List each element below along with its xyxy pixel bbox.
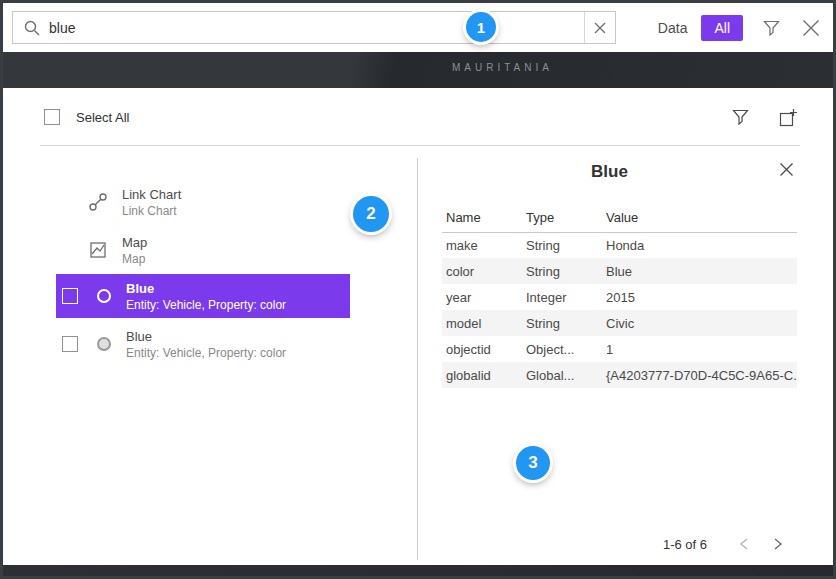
scope-option-all[interactable]: All [701,15,743,41]
cell-name: year [442,284,522,310]
column-header-value: Value [602,206,797,232]
annotation-badge-1: 1 [466,12,496,42]
search-overlay: Data All MAURITANIA Select All [0,0,836,579]
annotation-badge-2: 2 [353,196,389,232]
cell-type: Global... [522,362,602,388]
table-header-row: Name Type Value [442,206,797,232]
result-title: Blue [126,281,286,296]
table-row: objectid Object... 1 [442,336,797,362]
results-filter-button[interactable] [728,105,752,129]
result-checkbox[interactable] [62,288,78,304]
cell-name: model [442,310,522,336]
result-subtitle: Entity: Vehicle, Property: color [126,298,286,312]
chevron-right-icon[interactable] [761,531,795,557]
table-row: model String Civic [442,310,797,336]
close-search-button[interactable] [797,14,825,42]
filter-button[interactable] [759,14,783,42]
cell-name: color [442,258,522,284]
result-item-blue-selected[interactable]: Blue Entity: Vehicle, Property: color [56,274,350,318]
entity-circle-icon [97,337,111,351]
search-icon [24,20,40,36]
cell-name: make [442,232,522,258]
detail-panel: Blue Name Type Value make String [418,146,801,565]
select-all-checkbox[interactable] [44,109,60,125]
table-row: color String Blue [442,258,797,284]
pagination-label: 1-6 of 6 [663,537,707,552]
result-title: Link Chart [122,187,181,202]
select-all-label: Select All [76,110,129,125]
entity-circle-icon [97,289,111,303]
result-subtitle: Link Chart [122,204,181,218]
cell-value: {A4203777-D70D-4C5C-9A65-C... [602,362,797,388]
scope-option-data[interactable]: Data [658,20,688,36]
cell-type: String [522,310,602,336]
result-item-map[interactable]: Map Map [40,226,417,274]
table-row: make String Honda [442,232,797,258]
result-title: Map [122,235,147,250]
result-title: Blue [126,329,286,344]
cell-value: Civic [602,310,797,336]
cell-name: globalid [442,362,522,388]
search-results-panel: Select All Link Chart Link Chart [3,88,833,565]
chevron-left-icon[interactable] [727,531,761,557]
cell-type: Object... [522,336,602,362]
properties-table: Name Type Value make String Honda color … [442,206,797,388]
result-subtitle: Entity: Vehicle, Property: color [126,346,286,360]
search-box [12,11,616,44]
map-icon [88,241,108,259]
search-bar: Data All [3,3,833,52]
search-input[interactable] [49,12,584,43]
cell-value: 1 [602,336,797,362]
table-row: globalid Global... {A4203777-D70D-4C5C-9… [442,362,797,388]
cell-value: Blue [602,258,797,284]
annotation-badge-3: 3 [516,446,550,480]
result-checkbox[interactable] [62,336,78,352]
cell-type: String [522,232,602,258]
detail-title: Blue [418,162,801,182]
close-detail-button[interactable] [773,156,799,182]
column-header-type: Type [522,206,602,232]
cell-type: String [522,258,602,284]
link-chart-icon [88,192,108,212]
cell-type: Integer [522,284,602,310]
map-background: MAURITANIA [3,52,833,88]
results-toolbar-icons [728,105,800,129]
clear-search-button[interactable] [585,12,615,43]
cell-value: Honda [602,232,797,258]
add-to-link-chart-button[interactable] [776,105,800,129]
result-subtitle: Map [122,252,147,266]
map-label-mauritania: MAURITANIA [452,62,553,73]
cell-value: 2015 [602,284,797,310]
cell-name: objectid [442,336,522,362]
result-item-blue[interactable]: Blue Entity: Vehicle, Property: color [56,322,350,366]
search-scope-toggle: Data All [658,14,825,42]
results-toolbar: Select All [44,102,800,132]
table-row: year Integer 2015 [442,284,797,310]
map-background-bottom [3,565,833,576]
column-header-name: Name [442,206,522,232]
pagination: 1-6 of 6 [663,531,795,557]
